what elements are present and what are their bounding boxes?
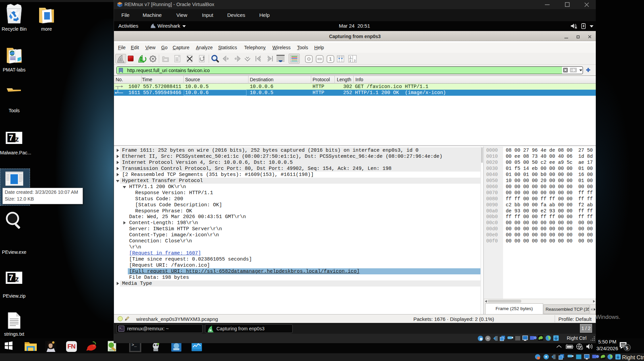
svg-text:1: 1 bbox=[350, 56, 351, 59]
svg-text:3: 3 bbox=[354, 59, 356, 62]
svg-text:z: z bbox=[15, 135, 19, 143]
svg-text:5: 5 bbox=[626, 345, 628, 351]
svg-text:z: z bbox=[15, 275, 19, 283]
svg-text:7: 7 bbox=[9, 273, 13, 282]
svg-text:2: 2 bbox=[350, 59, 351, 62]
svg-text:7: 7 bbox=[9, 133, 13, 142]
svg-text:Right Ctr: Right Ctr bbox=[622, 354, 644, 360]
svg-text:1: 1 bbox=[329, 56, 332, 62]
